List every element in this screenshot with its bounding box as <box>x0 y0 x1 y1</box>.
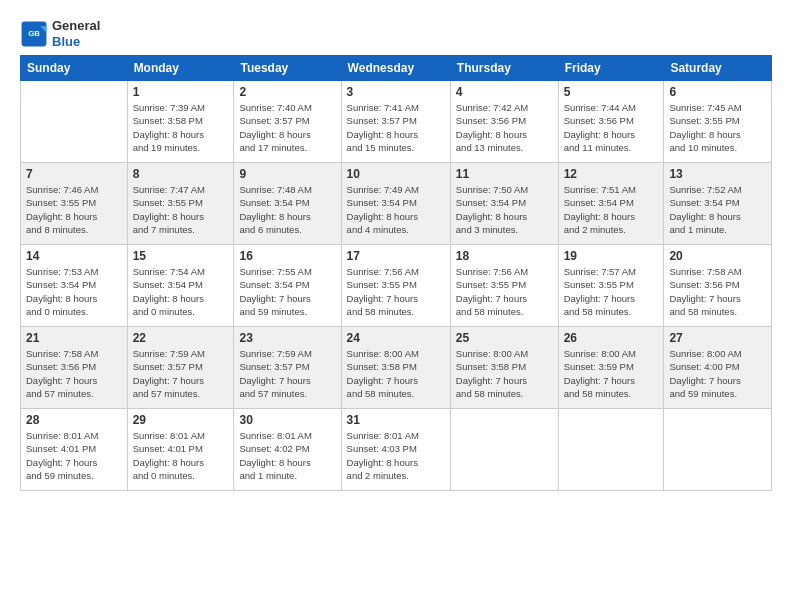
day-cell: 28Sunrise: 8:01 AMSunset: 4:01 PMDayligh… <box>21 409 128 491</box>
day-cell: 11Sunrise: 7:50 AMSunset: 3:54 PMDayligh… <box>450 163 558 245</box>
day-cell: 24Sunrise: 8:00 AMSunset: 3:58 PMDayligh… <box>341 327 450 409</box>
day-number: 4 <box>456 85 553 99</box>
week-row-2: 7Sunrise: 7:46 AMSunset: 3:55 PMDaylight… <box>21 163 772 245</box>
day-info: Sunrise: 7:44 AMSunset: 3:56 PMDaylight:… <box>564 101 659 154</box>
day-cell: 13Sunrise: 7:52 AMSunset: 3:54 PMDayligh… <box>664 163 772 245</box>
day-cell: 15Sunrise: 7:54 AMSunset: 3:54 PMDayligh… <box>127 245 234 327</box>
week-row-4: 21Sunrise: 7:58 AMSunset: 3:56 PMDayligh… <box>21 327 772 409</box>
day-info: Sunrise: 8:01 AMSunset: 4:03 PMDaylight:… <box>347 429 445 482</box>
day-info: Sunrise: 7:56 AMSunset: 3:55 PMDaylight:… <box>456 265 553 318</box>
day-cell: 26Sunrise: 8:00 AMSunset: 3:59 PMDayligh… <box>558 327 664 409</box>
day-info: Sunrise: 8:00 AMSunset: 4:00 PMDaylight:… <box>669 347 766 400</box>
day-info: Sunrise: 7:49 AMSunset: 3:54 PMDaylight:… <box>347 183 445 236</box>
calendar-page: GB General Blue SundayMondayTuesdayWedne… <box>0 0 792 501</box>
day-cell: 16Sunrise: 7:55 AMSunset: 3:54 PMDayligh… <box>234 245 341 327</box>
day-info: Sunrise: 8:01 AMSunset: 4:01 PMDaylight:… <box>133 429 229 482</box>
week-row-3: 14Sunrise: 7:53 AMSunset: 3:54 PMDayligh… <box>21 245 772 327</box>
day-info: Sunrise: 7:45 AMSunset: 3:55 PMDaylight:… <box>669 101 766 154</box>
day-number: 25 <box>456 331 553 345</box>
day-info: Sunrise: 7:51 AMSunset: 3:54 PMDaylight:… <box>564 183 659 236</box>
day-cell: 14Sunrise: 7:53 AMSunset: 3:54 PMDayligh… <box>21 245 128 327</box>
header: GB General Blue <box>20 18 772 49</box>
day-info: Sunrise: 7:58 AMSunset: 3:56 PMDaylight:… <box>669 265 766 318</box>
day-number: 1 <box>133 85 229 99</box>
day-number: 17 <box>347 249 445 263</box>
day-info: Sunrise: 7:52 AMSunset: 3:54 PMDaylight:… <box>669 183 766 236</box>
day-info: Sunrise: 7:58 AMSunset: 3:56 PMDaylight:… <box>26 347 122 400</box>
day-number: 12 <box>564 167 659 181</box>
week-row-5: 28Sunrise: 8:01 AMSunset: 4:01 PMDayligh… <box>21 409 772 491</box>
day-cell: 1Sunrise: 7:39 AMSunset: 3:58 PMDaylight… <box>127 81 234 163</box>
day-info: Sunrise: 8:00 AMSunset: 3:58 PMDaylight:… <box>347 347 445 400</box>
day-info: Sunrise: 7:56 AMSunset: 3:55 PMDaylight:… <box>347 265 445 318</box>
day-number: 13 <box>669 167 766 181</box>
svg-text:GB: GB <box>28 28 40 37</box>
header-day-thursday: Thursday <box>450 56 558 81</box>
day-info: Sunrise: 7:42 AMSunset: 3:56 PMDaylight:… <box>456 101 553 154</box>
day-cell: 29Sunrise: 8:01 AMSunset: 4:01 PMDayligh… <box>127 409 234 491</box>
calendar-header-row: SundayMondayTuesdayWednesdayThursdayFrid… <box>21 56 772 81</box>
day-number: 29 <box>133 413 229 427</box>
day-info: Sunrise: 7:55 AMSunset: 3:54 PMDaylight:… <box>239 265 335 318</box>
day-info: Sunrise: 7:48 AMSunset: 3:54 PMDaylight:… <box>239 183 335 236</box>
day-info: Sunrise: 7:59 AMSunset: 3:57 PMDaylight:… <box>133 347 229 400</box>
day-number: 23 <box>239 331 335 345</box>
day-cell: 25Sunrise: 8:00 AMSunset: 3:58 PMDayligh… <box>450 327 558 409</box>
day-info: Sunrise: 7:50 AMSunset: 3:54 PMDaylight:… <box>456 183 553 236</box>
header-day-tuesday: Tuesday <box>234 56 341 81</box>
day-info: Sunrise: 7:53 AMSunset: 3:54 PMDaylight:… <box>26 265 122 318</box>
day-info: Sunrise: 8:00 AMSunset: 3:59 PMDaylight:… <box>564 347 659 400</box>
day-cell: 18Sunrise: 7:56 AMSunset: 3:55 PMDayligh… <box>450 245 558 327</box>
day-number: 9 <box>239 167 335 181</box>
day-number: 21 <box>26 331 122 345</box>
day-number: 8 <box>133 167 229 181</box>
day-cell: 17Sunrise: 7:56 AMSunset: 3:55 PMDayligh… <box>341 245 450 327</box>
day-number: 15 <box>133 249 229 263</box>
day-cell: 6Sunrise: 7:45 AMSunset: 3:55 PMDaylight… <box>664 81 772 163</box>
day-number: 28 <box>26 413 122 427</box>
day-number: 14 <box>26 249 122 263</box>
day-number: 19 <box>564 249 659 263</box>
header-day-saturday: Saturday <box>664 56 772 81</box>
day-cell: 22Sunrise: 7:59 AMSunset: 3:57 PMDayligh… <box>127 327 234 409</box>
logo-text-line2: Blue <box>52 34 100 50</box>
day-cell: 3Sunrise: 7:41 AMSunset: 3:57 PMDaylight… <box>341 81 450 163</box>
day-cell: 8Sunrise: 7:47 AMSunset: 3:55 PMDaylight… <box>127 163 234 245</box>
day-number: 11 <box>456 167 553 181</box>
day-number: 30 <box>239 413 335 427</box>
day-cell: 23Sunrise: 7:59 AMSunset: 3:57 PMDayligh… <box>234 327 341 409</box>
day-cell: 5Sunrise: 7:44 AMSunset: 3:56 PMDaylight… <box>558 81 664 163</box>
day-info: Sunrise: 7:40 AMSunset: 3:57 PMDaylight:… <box>239 101 335 154</box>
day-number: 3 <box>347 85 445 99</box>
day-cell <box>450 409 558 491</box>
logo: GB General Blue <box>20 18 100 49</box>
day-number: 24 <box>347 331 445 345</box>
day-cell: 10Sunrise: 7:49 AMSunset: 3:54 PMDayligh… <box>341 163 450 245</box>
day-cell: 31Sunrise: 8:01 AMSunset: 4:03 PMDayligh… <box>341 409 450 491</box>
day-number: 7 <box>26 167 122 181</box>
calendar-table: SundayMondayTuesdayWednesdayThursdayFrid… <box>20 55 772 491</box>
day-info: Sunrise: 7:57 AMSunset: 3:55 PMDaylight:… <box>564 265 659 318</box>
day-cell <box>664 409 772 491</box>
day-info: Sunrise: 7:39 AMSunset: 3:58 PMDaylight:… <box>133 101 229 154</box>
day-cell: 7Sunrise: 7:46 AMSunset: 3:55 PMDaylight… <box>21 163 128 245</box>
day-info: Sunrise: 8:01 AMSunset: 4:01 PMDaylight:… <box>26 429 122 482</box>
day-number: 27 <box>669 331 766 345</box>
day-cell: 12Sunrise: 7:51 AMSunset: 3:54 PMDayligh… <box>558 163 664 245</box>
day-number: 20 <box>669 249 766 263</box>
day-info: Sunrise: 7:59 AMSunset: 3:57 PMDaylight:… <box>239 347 335 400</box>
day-cell: 4Sunrise: 7:42 AMSunset: 3:56 PMDaylight… <box>450 81 558 163</box>
header-day-sunday: Sunday <box>21 56 128 81</box>
day-cell: 20Sunrise: 7:58 AMSunset: 3:56 PMDayligh… <box>664 245 772 327</box>
day-number: 16 <box>239 249 335 263</box>
header-day-friday: Friday <box>558 56 664 81</box>
day-cell <box>558 409 664 491</box>
day-cell <box>21 81 128 163</box>
day-number: 18 <box>456 249 553 263</box>
day-cell: 21Sunrise: 7:58 AMSunset: 3:56 PMDayligh… <box>21 327 128 409</box>
day-number: 6 <box>669 85 766 99</box>
day-cell: 27Sunrise: 8:00 AMSunset: 4:00 PMDayligh… <box>664 327 772 409</box>
day-cell: 19Sunrise: 7:57 AMSunset: 3:55 PMDayligh… <box>558 245 664 327</box>
day-number: 2 <box>239 85 335 99</box>
header-day-monday: Monday <box>127 56 234 81</box>
